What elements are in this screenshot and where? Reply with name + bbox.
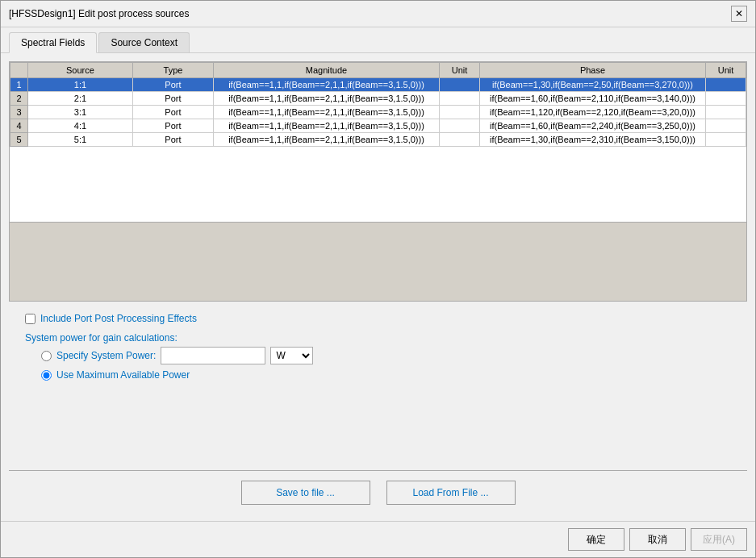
sources-table-container: Source Type Magnitude Unit Phase Unit 11… <box>9 61 747 223</box>
system-power-label: System power for gain calculations: <box>25 332 731 344</box>
save-to-file-button[interactable]: Save to file ... <box>241 481 370 505</box>
use-max-power-row: Use Maximum Available Power <box>41 369 731 381</box>
cell-unit-mag <box>440 92 480 106</box>
close-button[interactable]: ✕ <box>731 6 747 22</box>
cell-unit-phase <box>706 133 746 147</box>
tab-content: Source Type Magnitude Unit Phase Unit 11… <box>1 53 755 521</box>
cell-unit-mag <box>440 106 480 119</box>
table-header-row: Source Type Magnitude Unit Phase Unit <box>10 63 746 78</box>
specify-power-label: Specify System Power: <box>56 350 156 361</box>
include-port-effects-row: Include Port Post Processing Effects <box>25 313 731 324</box>
col-unit-phase: Unit <box>706 63 746 78</box>
empty-space <box>9 389 747 467</box>
file-buttons: Save to file ... Load From File ... <box>9 474 747 513</box>
cell-unit-phase <box>706 119 746 133</box>
use-max-power-label: Use Maximum Available Power <box>56 369 190 381</box>
col-type: Type <box>132 63 213 78</box>
cell-magnitude: if(Beam==1,1,if(Beam==2,1,1,if(Beam==3,1… <box>214 106 440 119</box>
cell-phase: if(Beam==1,60,if(Beam==2,240,if(Beam==3,… <box>480 119 706 133</box>
cell-type: Port <box>132 133 213 147</box>
col-magnitude: Magnitude <box>214 63 440 78</box>
cell-row-num: 1 <box>10 78 28 92</box>
system-power-section: System power for gain calculations: Spec… <box>25 332 731 381</box>
cell-unit-phase <box>706 106 746 119</box>
table-row[interactable]: 44:1Portif(Beam==1,1,if(Beam==2,1,1,if(B… <box>10 119 746 133</box>
ok-button[interactable]: 确定 <box>568 528 624 551</box>
cell-phase: if(Beam==1,30,if(Beam==2,50,if(Beam==3,2… <box>480 78 706 92</box>
table-row[interactable]: 55:1Portif(Beam==1,1,if(Beam==2,1,1,if(B… <box>10 133 746 147</box>
cell-row-num: 3 <box>10 106 28 119</box>
cell-unit-mag <box>440 133 480 147</box>
cell-row-num: 4 <box>10 119 28 133</box>
cell-source: 2:1 <box>28 92 133 106</box>
use-max-power-radio[interactable] <box>41 370 52 381</box>
main-window: [HFSSDesign1] Edit post process sources … <box>0 0 756 558</box>
include-port-effects-checkbox[interactable] <box>25 314 36 324</box>
title-bar: [HFSSDesign1] Edit post process sources … <box>1 1 755 27</box>
col-unit-mag: Unit <box>440 63 480 78</box>
cell-row-num: 5 <box>10 133 28 147</box>
cell-type: Port <box>132 106 213 119</box>
window-title: [HFSSDesign1] Edit post process sources <box>9 8 189 19</box>
cell-magnitude: if(Beam==1,1,if(Beam==2,1,1,if(Beam==3,1… <box>214 119 440 133</box>
power-unit-select[interactable]: W mW dBW dBm <box>270 347 313 364</box>
power-value-input[interactable]: 1 <box>161 347 265 364</box>
specify-power-radio[interactable] <box>41 351 52 361</box>
cell-row-num: 2 <box>10 92 28 106</box>
table-body: 11:1Portif(Beam==1,1,if(Beam==2,1,1,if(B… <box>10 78 746 147</box>
cell-unit-phase <box>706 92 746 106</box>
apply-button[interactable]: 应用(A) <box>691 528 747 551</box>
cell-source: 5:1 <box>28 133 133 147</box>
cell-phase: if(Beam==1,120,if(Beam==2,120,if(Beam==3… <box>480 106 706 119</box>
cell-magnitude: if(Beam==1,1,if(Beam==2,1,1,if(Beam==3,1… <box>214 133 440 147</box>
table-empty-area <box>9 223 747 302</box>
col-source: Source <box>28 63 133 78</box>
tab-spectral-fields[interactable]: Spectral Fields <box>9 32 97 53</box>
cell-type: Port <box>132 92 213 106</box>
table-row[interactable]: 22:1Portif(Beam==1,1,if(Beam==2,1,1,if(B… <box>10 92 746 106</box>
cell-type: Port <box>132 119 213 133</box>
sources-table: Source Type Magnitude Unit Phase Unit 11… <box>10 62 746 147</box>
specify-power-row: Specify System Power: 1 W mW dBW dBm <box>41 347 731 364</box>
load-from-file-button[interactable]: Load From File ... <box>386 481 516 505</box>
cell-unit-mag <box>440 78 480 92</box>
radio-group: Specify System Power: 1 W mW dBW dBm Use… <box>25 347 731 381</box>
cell-phase: if(Beam==1,60,if(Beam==2,110,if(Beam==3,… <box>480 92 706 106</box>
action-buttons-bar: 确定 取消 应用(A) <box>1 521 755 557</box>
options-area: Include Port Post Processing Effects Sys… <box>9 302 747 389</box>
cell-magnitude: if(Beam==1,1,if(Beam==2,1,1,if(Beam==3,1… <box>214 78 440 92</box>
cell-phase: if(Beam==1,30,if(Beam==2,310,if(Beam==3,… <box>480 133 706 147</box>
bottom-divider <box>9 470 747 471</box>
table-row[interactable]: 11:1Portif(Beam==1,1,if(Beam==2,1,1,if(B… <box>10 78 746 92</box>
cell-source: 1:1 <box>28 78 133 92</box>
tab-bar: Spectral Fields Source Context <box>1 27 755 53</box>
include-port-effects-label: Include Port Post Processing Effects <box>40 313 197 324</box>
cell-unit-mag <box>440 119 480 133</box>
col-phase: Phase <box>480 63 706 78</box>
tab-source-context[interactable]: Source Context <box>98 32 190 52</box>
cancel-button[interactable]: 取消 <box>629 528 686 551</box>
cell-source: 3:1 <box>28 106 133 119</box>
cell-unit-phase <box>706 78 746 92</box>
cell-source: 4:1 <box>28 119 133 133</box>
cell-type: Port <box>132 78 213 92</box>
table-row[interactable]: 33:1Portif(Beam==1,1,if(Beam==2,1,1,if(B… <box>10 106 746 119</box>
cell-magnitude: if(Beam==1,1,if(Beam==2,1,1,if(Beam==3,1… <box>214 92 440 106</box>
col-row-num <box>10 63 28 78</box>
